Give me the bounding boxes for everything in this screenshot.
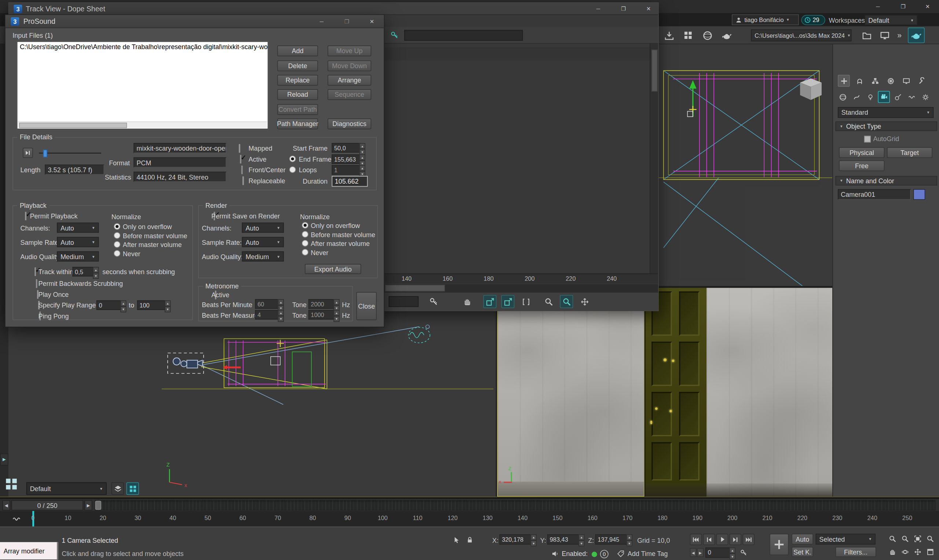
main-minimize-button[interactable]: ─ (866, 0, 890, 13)
time-slider-handle[interactable] (96, 501, 101, 510)
key-filters-button[interactable]: Filters... (836, 547, 876, 557)
free-camera-button[interactable]: Free (839, 160, 884, 171)
track-within-checkbox[interactable] (35, 268, 36, 276)
front-center-checkbox[interactable] (241, 166, 242, 174)
move-up-button[interactable]: Move Up (328, 45, 371, 56)
playback-normalize-never-radio[interactable] (114, 250, 120, 257)
category-lights-icon[interactable] (864, 91, 876, 103)
current-frame-field[interactable]: 0 (705, 548, 735, 558)
track-within-spinner[interactable]: 0,5 (72, 267, 99, 276)
beats-per-measure-spinner[interactable]: 4 (255, 310, 284, 320)
render-normalize-after-radio[interactable] (302, 240, 308, 247)
range-end-spinner[interactable]: 100 (137, 300, 171, 310)
viewport-right-wireframe[interactable] (659, 45, 832, 286)
viewport-layout-tabs-icon[interactable] (3, 474, 20, 494)
path-manager-button[interactable]: Path Manager (277, 118, 318, 129)
loops-spinner[interactable]: 1 (332, 165, 365, 175)
create-key-button[interactable] (769, 534, 789, 555)
viewport-right-render[interactable] (646, 288, 832, 497)
draw-keys-icon[interactable] (427, 295, 440, 308)
frame-step-back-button[interactable]: ◀ (690, 548, 697, 557)
array-tool-icon[interactable] (680, 28, 696, 43)
next-key-icon[interactable] (729, 534, 742, 545)
trackview-vscrollbar[interactable] (649, 44, 658, 274)
preview-slider-thumb[interactable] (43, 149, 47, 157)
viewport-center-render[interactable]: Z x (497, 286, 645, 497)
render-audio-quality-dropdown[interactable]: Medium (242, 251, 284, 262)
prosound-maximize-button[interactable]: ❐ (337, 15, 356, 28)
sequence-button[interactable]: Sequence (328, 89, 371, 100)
previous-key-icon[interactable] (703, 534, 715, 545)
statistics-field[interactable]: 44100 Hz, 24 Bit, Stereo (134, 172, 226, 182)
trackview-maximize-button[interactable]: ❐ (614, 3, 633, 15)
playback-audio-quality-dropdown[interactable]: Medium (57, 251, 99, 262)
pan-view-icon[interactable] (886, 546, 898, 558)
render-sample-rate-dropdown[interactable]: Auto (242, 237, 284, 248)
listbox-hscrollbar[interactable] (18, 121, 267, 128)
zoom-all-icon[interactable] (899, 533, 911, 545)
render-setup-icon[interactable] (719, 28, 734, 43)
import-icon[interactable] (661, 28, 676, 43)
replaceable-checkbox[interactable] (242, 177, 244, 185)
length-field[interactable]: 3.52 s (105.7 f) (45, 165, 104, 175)
permit-backwards-checkbox[interactable] (36, 279, 37, 288)
start-frame-spinner[interactable]: 50,0 (332, 143, 365, 152)
active-checkbox[interactable] (240, 155, 241, 163)
previous-frame-button[interactable]: ◀ (3, 500, 10, 511)
auto-key-button[interactable]: Auto (791, 534, 813, 544)
tab-modify[interactable] (854, 75, 866, 87)
listbox-hscrollbar-thumb[interactable] (19, 123, 127, 128)
tab-hierarchy[interactable] (869, 75, 881, 87)
replace-button[interactable]: Replace (277, 75, 318, 85)
render-channels-dropdown[interactable]: Auto (242, 223, 284, 233)
duration-field[interactable]: 105.662 (332, 176, 367, 186)
y-coordinate-field[interactable]: 983,43 (547, 534, 584, 545)
playback-normalize-after-radio[interactable] (114, 241, 120, 248)
format-field[interactable]: PCM (134, 157, 226, 168)
prosound-close-button[interactable]: ✕ (362, 15, 381, 28)
pan-hand-icon[interactable] (461, 295, 474, 308)
main-maximize-button[interactable]: ❐ (891, 0, 915, 13)
frame-readout-field[interactable] (389, 296, 419, 307)
category-cameras-icon[interactable] (878, 91, 890, 103)
permit-playback-checkbox[interactable] (25, 212, 26, 220)
key-filter-dropdown[interactable]: Selected (816, 534, 876, 544)
slide-keys-icon[interactable] (501, 295, 515, 308)
vscrollbar-thumb[interactable] (651, 50, 657, 92)
bpm-spinner[interactable]: 60 (255, 299, 284, 309)
preview-play-button[interactable] (23, 148, 33, 158)
hscrollbar-thumb[interactable] (385, 285, 445, 291)
trackview-close-button[interactable]: ✕ (639, 3, 658, 15)
workspace-dropdown[interactable]: Default (865, 15, 918, 25)
reload-button[interactable]: Reload (277, 89, 318, 100)
x-coordinate-field[interactable]: 320,178 (500, 534, 537, 545)
category-geometry-icon[interactable] (837, 91, 849, 103)
set-key-button[interactable]: Set K. (791, 547, 813, 557)
field-of-view-icon[interactable] (911, 546, 924, 558)
render-normalize-before-radio[interactable] (302, 231, 308, 237)
timeline-ruler-row[interactable]: 0102030405060708090100110120130140150160… (0, 511, 939, 526)
go-to-start-icon[interactable] (690, 534, 702, 545)
material-editor-icon[interactable] (700, 28, 715, 43)
main-close-button[interactable]: ✕ (916, 0, 939, 13)
zoom-region-tool-icon[interactable] (560, 295, 573, 308)
move-keys-icon[interactable] (483, 295, 496, 308)
key-mode-toggle-icon[interactable] (738, 548, 750, 558)
mapped-checkbox[interactable] (239, 144, 240, 152)
maximize-viewport-icon[interactable] (924, 546, 936, 558)
tab-utilities[interactable] (916, 75, 928, 87)
convert-path-button[interactable]: Convert Path (277, 104, 318, 115)
target-camera-button[interactable]: Target (887, 147, 933, 158)
grid-toggle-icon[interactable] (126, 482, 139, 495)
object-color-swatch[interactable] (913, 189, 925, 200)
input-files-listbox[interactable]: C:\Users\tiago\OneDrive\Ambiente de Trab… (17, 42, 268, 129)
file-list-entry[interactable]: C:\Users\tiago\OneDrive\Ambiente de Trab… (17, 42, 267, 51)
range-start-spinner[interactable]: 0 (97, 300, 126, 310)
playback-sample-rate-dropdown[interactable]: Auto (57, 237, 99, 248)
sound-enabled-indicator[interactable] (592, 552, 597, 557)
playback-normalize-overflow-radio[interactable] (114, 223, 120, 230)
zoom-region-icon[interactable] (924, 533, 936, 545)
layer-manager-icon[interactable] (111, 482, 124, 495)
physical-camera-button[interactable]: Physical (839, 147, 884, 158)
category-helpers-icon[interactable] (892, 91, 904, 103)
